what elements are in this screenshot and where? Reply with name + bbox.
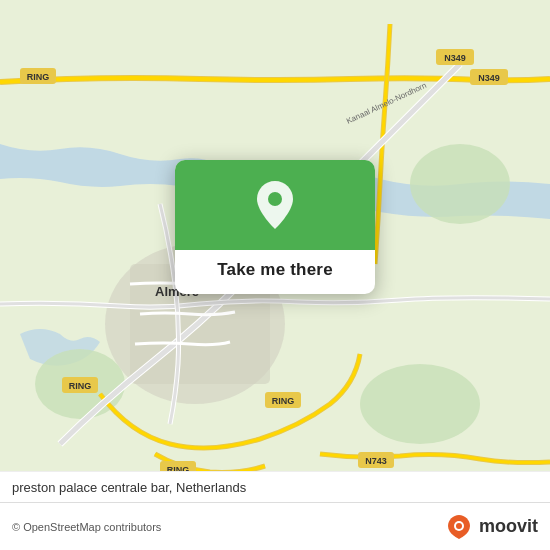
- location-pin-icon: [253, 179, 297, 231]
- moovit-logo: moovit: [445, 513, 538, 541]
- svg-point-24: [456, 523, 462, 529]
- map-container: Kanaal Almelo-Nordhorn RING N349 N349 RI…: [0, 0, 550, 550]
- location-name-label: preston palace centrale bar, Netherlands: [12, 480, 246, 495]
- take-me-there-button[interactable]: Take me there: [217, 260, 333, 280]
- svg-text:N349: N349: [444, 53, 466, 63]
- location-info-bar: preston palace centrale bar, Netherlands: [0, 471, 550, 502]
- popup-header: [175, 160, 375, 250]
- svg-point-5: [410, 144, 510, 224]
- svg-text:RING: RING: [272, 396, 295, 406]
- moovit-brand-name: moovit: [479, 516, 538, 537]
- svg-text:N743: N743: [365, 456, 387, 466]
- bottom-bar: © OpenStreetMap contributors moovit: [0, 502, 550, 550]
- popup-card: Take me there: [175, 160, 375, 294]
- popup-button-area: Take me there: [175, 250, 375, 294]
- svg-text:RING: RING: [69, 381, 92, 391]
- moovit-pin-icon: [445, 513, 473, 541]
- svg-text:RING: RING: [27, 72, 50, 82]
- svg-point-22: [268, 192, 282, 206]
- svg-point-4: [360, 364, 480, 444]
- svg-text:N349: N349: [478, 73, 500, 83]
- map-attribution: © OpenStreetMap contributors: [12, 521, 161, 533]
